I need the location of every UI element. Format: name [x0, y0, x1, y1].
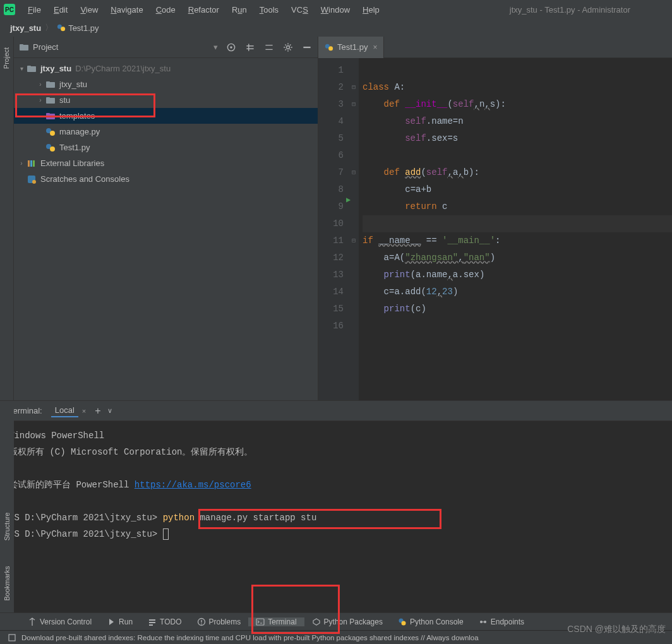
tree-root[interactable]: ▾ jtxy_stu D:\PyCharm 2021\jtxy_stu: [14, 61, 318, 76]
settings-icon[interactable]: [282, 42, 294, 53]
editor-tabs: Test1.py ×: [318, 37, 672, 58]
tree-label: stu: [59, 95, 70, 105]
term-line: 尝试新的跨平台 PowerShell https://aka.ms/pscore…: [9, 477, 663, 493]
close-terminal-tab-icon[interactable]: ×: [82, 407, 86, 415]
library-icon: [27, 158, 37, 169]
close-tab-icon[interactable]: ×: [373, 43, 377, 52]
svg-rect-20: [28, 160, 30, 167]
folder-template-icon: [45, 111, 56, 121]
menu-code[interactable]: Code: [150, 5, 182, 15]
hide-icon[interactable]: [301, 42, 313, 53]
menu-run[interactable]: Run: [225, 5, 253, 15]
structure-tool-button[interactable]: Structure: [3, 513, 11, 541]
fold-column[interactable]: ⊟⊟⊟⊟: [349, 58, 359, 400]
term-line-cmd: PS D:\PyCharm 2021\jtxy_stu> python mana…: [9, 510, 663, 526]
tree-node-manage[interactable]: manage.py: [14, 124, 318, 140]
tree-node-templates[interactable]: templates: [14, 108, 318, 124]
left-tool-rail-bottom: Structure Bookmarks: [0, 402, 14, 619]
svg-rect-21: [30, 160, 32, 167]
svg-point-5: [230, 46, 232, 48]
python-file-icon: [45, 143, 56, 153]
terminal-dropdown-icon[interactable]: ∨: [107, 407, 112, 415]
svg-rect-11: [46, 81, 50, 83]
tree-node-test1[interactable]: Test1.py: [14, 140, 318, 155]
folder-icon: [27, 64, 37, 74]
tool-run[interactable]: Run: [99, 617, 140, 626]
term-line: 版权所有 (C) Microsoft Corporation。保留所有权利。: [9, 444, 663, 460]
project-panel-header: Project ▾: [14, 37, 318, 58]
tree-label: Test1.py: [59, 143, 90, 152]
tree-scratches[interactable]: Scratches and Consoles: [14, 171, 318, 187]
collapse-icon[interactable]: [263, 42, 275, 53]
terminal-header: Terminal: Local × + ∨: [0, 401, 672, 421]
panel-title[interactable]: Project: [33, 42, 211, 52]
editor-tab-test1[interactable]: Test1.py ×: [318, 37, 384, 58]
run-gutter-icon[interactable]: ▶: [346, 192, 351, 209]
tree-node-jtxy[interactable]: › jtxy_stu: [14, 76, 318, 92]
svg-point-19: [50, 146, 55, 152]
svg-point-1: [61, 27, 65, 31]
term-line: Windows PowerShell: [9, 427, 663, 444]
menu-tools[interactable]: Tools: [253, 5, 285, 15]
svg-rect-32: [201, 623, 201, 624]
terminal-output[interactable]: Windows PowerShell 版权所有 (C) Microsoft Co…: [0, 421, 672, 549]
terminal-tab-local[interactable]: Local: [51, 404, 78, 417]
expand-all-icon[interactable]: [244, 42, 256, 53]
menu-navigate[interactable]: Navigate: [104, 5, 149, 15]
menu-file[interactable]: File: [21, 5, 47, 15]
svg-rect-38: [9, 635, 15, 641]
term-line-prompt: PS D:\PyCharm 2021\jtxy_stu>: [9, 526, 663, 542]
code-editor[interactable]: 12345678910111213141516 ⊟⊟⊟⊟ class A: de…: [318, 58, 672, 400]
svg-rect-29: [149, 624, 153, 626]
watermark: CSDN @难以触及的高度: [567, 624, 666, 635]
editor-area: Test1.py × 12345678910111213141516 ⊟⊟⊟⊟ …: [318, 37, 672, 400]
folder-icon: [45, 80, 56, 90]
locate-icon[interactable]: [225, 42, 237, 53]
tab-label: Test1.py: [337, 42, 368, 52]
svg-rect-15: [46, 113, 50, 115]
menu-window[interactable]: Window: [315, 5, 356, 15]
menu-refactor[interactable]: Refactor: [182, 5, 225, 15]
svg-point-24: [32, 180, 36, 184]
breadcrumb-root[interactable]: jtxy_stu: [10, 23, 41, 33]
tool-problems[interactable]: Problems: [189, 617, 249, 626]
tool-terminal[interactable]: Terminal: [248, 617, 304, 626]
status-icon: [8, 633, 16, 642]
breadcrumb: jtxy_stu 〉 Test1.py: [0, 19, 672, 37]
tool-python-console[interactable]: Python Console: [390, 617, 471, 626]
terminal-panel: Terminal: Local × + ∨ Windows PowerShell…: [0, 400, 672, 619]
status-text: Download pre-built shared indexes: Reduc…: [21, 634, 479, 641]
python-file-icon: [325, 43, 333, 52]
window-title: jtxy_stu - Test1.py - Administrator: [510, 5, 630, 15]
svg-rect-7: [303, 46, 310, 47]
tree-node-stu[interactable]: › stu: [14, 92, 318, 108]
project-icon: [19, 42, 29, 52]
tree-label: External Libraries: [40, 158, 104, 168]
menu-vcs[interactable]: VCS: [285, 5, 315, 15]
project-tool-button[interactable]: Project: [3, 47, 11, 69]
pscore-link[interactable]: https://aka.ms/pscore6: [135, 480, 251, 490]
svg-rect-9: [27, 66, 31, 68]
root-path: D:\PyCharm 2021\jtxy_stu: [75, 64, 171, 73]
svg-rect-13: [46, 97, 50, 99]
dropdown-icon[interactable]: ▾: [213, 42, 218, 52]
svg-rect-27: [149, 619, 155, 621]
tool-todo[interactable]: TODO: [140, 617, 189, 626]
root-label: jtxy_stu: [40, 64, 71, 73]
svg-point-26: [328, 46, 333, 51]
svg-rect-31: [201, 620, 201, 623]
menu-view[interactable]: View: [74, 5, 104, 15]
menu-help[interactable]: Help: [356, 5, 386, 15]
tool-python-packages[interactable]: Python Packages: [304, 617, 390, 626]
tree-external-lib[interactable]: › External Libraries: [14, 155, 318, 171]
svg-rect-22: [33, 160, 35, 167]
new-terminal-icon[interactable]: +: [95, 405, 100, 417]
svg-rect-28: [149, 622, 155, 623]
menu-edit[interactable]: Edit: [47, 5, 74, 15]
code-content[interactable]: class A: def __init__(self,n,s): self.na…: [359, 58, 672, 400]
bookmarks-tool-button[interactable]: Bookmarks: [3, 566, 11, 600]
tree-label: jtxy_stu: [59, 80, 87, 89]
breadcrumb-file[interactable]: Test1.py: [68, 23, 99, 33]
tool-endpoints[interactable]: Endpoints: [471, 617, 532, 626]
tool-version-control[interactable]: Version Control: [20, 617, 99, 626]
